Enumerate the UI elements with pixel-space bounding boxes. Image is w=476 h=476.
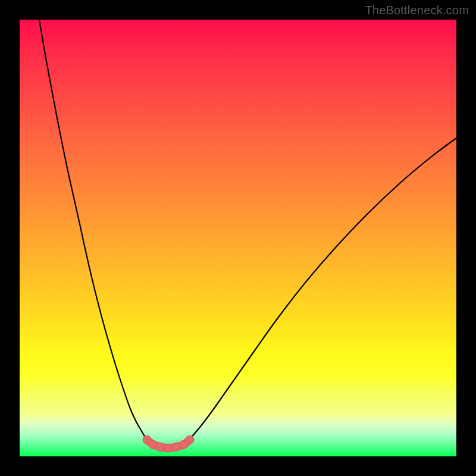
valley-markers xyxy=(143,436,194,452)
chart-frame: TheBottleneck.com xyxy=(0,0,476,476)
plot-area xyxy=(20,20,456,456)
bottleneck-curve xyxy=(39,20,456,448)
curve-layer xyxy=(20,20,456,456)
watermark-text: TheBottleneck.com xyxy=(365,4,469,17)
valley-marker xyxy=(164,444,173,452)
valley-marker xyxy=(186,436,194,444)
valley-marker xyxy=(156,443,164,451)
